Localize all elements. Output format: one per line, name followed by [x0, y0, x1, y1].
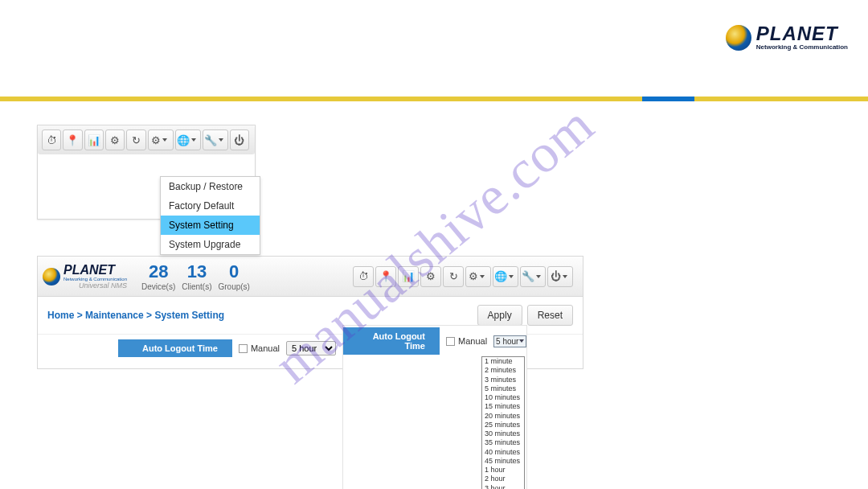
brand-logo: PLANET Networking & Communication: [726, 24, 848, 51]
auto-logout-select[interactable]: 5 hour: [286, 341, 336, 355]
stat-devices-number: 28: [141, 261, 175, 282]
stats-icon[interactable]: 📊: [84, 129, 104, 150]
settings-dropdown-icon[interactable]: ⚙: [465, 266, 491, 287]
reset-button[interactable]: Reset: [527, 305, 573, 326]
time-option[interactable]: 2 minutes: [482, 366, 524, 375]
time-option[interactable]: 2 hour: [482, 475, 524, 483]
time-option[interactable]: 10 minutes: [482, 393, 524, 402]
time-option[interactable]: 30 minutes: [482, 429, 524, 438]
toolbar-snippet: ⏱ 📍 📊 ⚙ ↻ ⚙ 🌐 🔧 ⏻ Backup / Restore Facto…: [37, 125, 256, 220]
globe-dropdown-icon[interactable]: 🌐: [493, 266, 518, 287]
time-option[interactable]: 15 minutes: [482, 402, 524, 411]
power-dropdown-icon[interactable]: ⏻: [547, 266, 573, 287]
time-option[interactable]: 3 minutes: [482, 376, 524, 384]
menu-system-setting[interactable]: System Setting: [161, 216, 260, 235]
gear-icon[interactable]: ⚙: [105, 129, 125, 150]
panel-brand-subline: Universal NMS: [63, 281, 127, 290]
breadcrumb-maintenance[interactable]: Maintenance: [85, 310, 144, 321]
location-icon[interactable]: 📍: [375, 266, 396, 287]
panel-header: PLANET Networking & Communication Univer…: [38, 257, 583, 297]
time-option[interactable]: 40 minutes: [482, 448, 524, 457]
stat-clients: 13 Client(s): [182, 261, 211, 291]
brand-tagline: Networking & Communication: [756, 43, 848, 51]
panel-toolbar: ⏱ 📍 📊 ⚙ ↻ ⚙ 🌐 🔧 ⏻: [353, 266, 575, 287]
apply-button[interactable]: Apply: [477, 305, 522, 326]
overlay-manual-checkbox[interactable]: [446, 337, 455, 346]
time-option[interactable]: 45 minutes: [482, 457, 524, 466]
tools-dropdown-icon[interactable]: 🔧: [520, 266, 546, 287]
time-option[interactable]: 1 hour: [482, 466, 524, 475]
dashboard-icon[interactable]: ⏱: [353, 266, 374, 287]
manual-label: Manual: [251, 343, 280, 353]
settings-dropdown-icon[interactable]: ⚙: [148, 129, 174, 150]
breadcrumb-home[interactable]: Home: [47, 310, 74, 321]
stat-devices: 28 Device(s): [141, 261, 175, 291]
globe-dropdown-icon[interactable]: 🌐: [175, 129, 201, 150]
time-option[interactable]: 25 minutes: [482, 421, 524, 429]
overlay-select-display[interactable]: 5 hour: [493, 335, 526, 347]
menu-backup-restore[interactable]: Backup / Restore: [161, 177, 260, 196]
menu-system-upgrade[interactable]: System Upgrade: [161, 235, 260, 254]
panel-logo: PLANET Networking & Communication Univer…: [43, 264, 127, 290]
brand-name: PLANET: [756, 24, 848, 43]
breadcrumb-sep: >: [144, 310, 155, 321]
overlay-auto-logout-label: Auto Logout Time: [343, 327, 440, 355]
stat-clients-label: Client(s): [182, 282, 211, 291]
stat-groups-number: 0: [219, 261, 250, 282]
stats-block: 28 Device(s) 13 Client(s) 0 Group(s): [141, 261, 250, 291]
breadcrumb: Home > Maintenance > System Setting: [47, 310, 224, 321]
stat-groups: 0 Group(s): [219, 261, 250, 291]
overlay-row: Auto Logout Time Manual 5 hour: [343, 326, 526, 356]
refresh-icon[interactable]: ↻: [126, 129, 145, 150]
time-option[interactable]: 35 minutes: [482, 438, 524, 447]
auto-logout-overlay: Auto Logout Time Manual 5 hour 1 minute …: [342, 325, 527, 489]
panel-globe-icon: [43, 268, 60, 286]
time-option[interactable]: 20 minutes: [482, 412, 524, 421]
gear-icon[interactable]: ⚙: [420, 266, 441, 287]
maintenance-dropdown: Backup / Restore Factory Default System …: [160, 176, 260, 255]
manual-checkbox-wrap[interactable]: Manual: [239, 343, 280, 353]
time-option[interactable]: 5 minutes: [482, 384, 524, 393]
overlay-manual-label: Manual: [458, 336, 487, 346]
stats-icon[interactable]: 📊: [398, 266, 419, 287]
time-options-list: 1 minute 2 minutes 3 minutes 5 minutes 1…: [481, 356, 525, 489]
menu-factory-default[interactable]: Factory Default: [161, 196, 260, 216]
dashboard-icon[interactable]: ⏱: [42, 129, 61, 150]
location-icon[interactable]: 📍: [63, 129, 82, 150]
refresh-icon[interactable]: ↻: [443, 266, 464, 287]
overlay-manual-wrap[interactable]: Manual: [446, 336, 487, 346]
power-icon[interactable]: ⏻: [230, 129, 249, 150]
divider-line: [0, 97, 868, 101]
auto-logout-label: Auto Logout Time: [118, 339, 232, 357]
manual-checkbox[interactable]: [239, 344, 248, 353]
breadcrumb-sep: >: [74, 310, 85, 321]
breadcrumb-system-setting: System Setting: [154, 310, 224, 321]
time-option[interactable]: 1 minute: [482, 357, 524, 366]
top-toolbar: ⏱ 📍 📊 ⚙ ↻ ⚙ 🌐 🔧 ⏻: [38, 125, 255, 154]
time-option[interactable]: 3 hour: [482, 484, 524, 490]
stat-clients-number: 13: [182, 261, 211, 282]
tools-dropdown-icon[interactable]: 🔧: [203, 129, 228, 150]
stat-groups-label: Group(s): [219, 282, 250, 291]
stat-devices-label: Device(s): [141, 282, 175, 291]
brand-globe-icon: [726, 25, 751, 51]
panel-brand-name: PLANET: [63, 264, 127, 277]
